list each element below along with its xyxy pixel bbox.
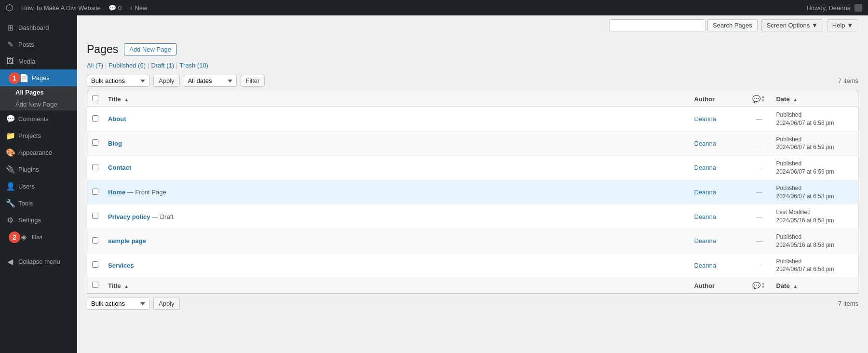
row-cb-7[interactable] xyxy=(87,253,104,278)
row-checkbox-3[interactable] xyxy=(92,164,98,170)
screen-options-button[interactable]: Screen Options ▼ xyxy=(761,19,823,31)
sidebar-item-media[interactable]: 🖼 Media xyxy=(0,53,77,69)
bulk-actions-select-bottom[interactable]: Bulk actions xyxy=(87,298,149,310)
apply-bulk-button-top[interactable]: Apply xyxy=(153,75,180,87)
select-all-checkbox-foot[interactable] xyxy=(92,282,98,288)
col-select-all-foot[interactable] xyxy=(87,278,104,294)
comment-icon: 💬 xyxy=(108,4,116,12)
users-icon: 👤 xyxy=(6,182,14,191)
row-title-3: Contact xyxy=(103,156,690,180)
sidebar-item-posts[interactable]: ✎ Posts xyxy=(0,36,77,53)
posts-icon: ✎ xyxy=(6,40,14,49)
filter-all[interactable]: All (7) xyxy=(87,62,103,69)
row-checkbox-2[interactable] xyxy=(92,139,98,146)
page-link-2[interactable]: Blog xyxy=(108,140,122,147)
row-checkbox-5[interactable] xyxy=(92,213,98,219)
col-date-header[interactable]: Date ▲ xyxy=(772,91,858,107)
table-row: Contact Deanna — Published 2024/06/07 at… xyxy=(87,156,858,180)
sidebar-item-users[interactable]: 👤 Users xyxy=(0,178,77,195)
search-area: Search Pages xyxy=(609,19,758,31)
sidebar-item-comments[interactable]: 💬 Comments xyxy=(0,110,77,127)
author-link-2[interactable]: Deanna xyxy=(694,140,717,147)
adminbar-right: Howdy, Deanna xyxy=(806,4,862,12)
page-link-3[interactable]: Contact xyxy=(108,164,131,171)
sidebar-item-tools[interactable]: 🔧 Tools xyxy=(0,195,77,212)
table-body: About Deanna — Published 2024/06/07 at 6… xyxy=(87,107,858,278)
row-comments-2: — xyxy=(747,131,772,156)
sidebar-item-dashboard[interactable]: ⊞ Dashboard xyxy=(0,19,77,36)
row-date-6: Published 2024/05/16 at 8:58 pm xyxy=(772,229,858,253)
filter-trash[interactable]: Trash (10) xyxy=(179,62,208,69)
dates-filter-select[interactable]: All dates xyxy=(184,75,237,87)
filter-button[interactable]: Filter xyxy=(241,75,265,87)
date-sort-icon-foot: ▲ xyxy=(793,284,798,289)
filter-draft[interactable]: Draft (1) xyxy=(151,62,174,69)
bulk-actions-select-top[interactable]: Bulk actions xyxy=(87,75,149,87)
col-date-label-foot: Date xyxy=(776,282,790,289)
sidebar-item-plugins[interactable]: 🔌 Plugins xyxy=(0,161,77,178)
page-link-6[interactable]: sample page xyxy=(108,237,146,244)
row-cb-4[interactable] xyxy=(87,180,104,204)
filter-all-label: All xyxy=(87,62,94,69)
author-link-7[interactable]: Deanna xyxy=(694,262,717,269)
sep-3: | xyxy=(176,62,177,69)
row-checkbox-4[interactable] xyxy=(92,189,98,195)
author-link-3[interactable]: Deanna xyxy=(694,164,717,171)
row-date-status-3: Published xyxy=(776,160,854,168)
author-link-1[interactable]: Deanna xyxy=(694,115,717,122)
plugins-icon: 🔌 xyxy=(6,165,14,174)
submenu-all-pages[interactable]: All Pages xyxy=(0,86,77,98)
page-link-4[interactable]: Home xyxy=(108,189,125,196)
filter-published[interactable]: Published (6) xyxy=(108,62,146,69)
arrow-down-foot: ▼ xyxy=(761,285,765,289)
submenu-add-new-page[interactable]: Add New Page xyxy=(0,98,77,110)
apply-bulk-button-bottom[interactable]: Apply xyxy=(153,298,180,310)
top-bar: Search Pages Screen Options ▼ Help ▼ xyxy=(77,15,868,35)
row-cb-3[interactable] xyxy=(87,156,104,180)
col-date-footer[interactable]: Date ▲ xyxy=(772,278,858,294)
sidebar-item-pages[interactable]: 1 📄 Pages xyxy=(0,69,77,86)
row-date-text-6: Published 2024/05/16 at 8:58 pm xyxy=(776,233,854,249)
sidebar-item-divi[interactable]: 2 ◈ Divi xyxy=(0,229,77,245)
col-title-header[interactable]: Title ▲ xyxy=(103,91,690,107)
comments-sort-foot[interactable]: 💬 ▲ ▼ xyxy=(752,282,767,289)
sidebar-item-appearance[interactable]: 🎨 Appearance xyxy=(0,144,77,161)
search-pages-button[interactable]: Search Pages xyxy=(707,19,758,31)
adminbar-new[interactable]: + New xyxy=(129,4,147,12)
select-all-checkbox[interactable] xyxy=(92,95,98,101)
row-cb-6[interactable] xyxy=(87,229,104,253)
add-new-page-button[interactable]: Add New Page xyxy=(124,43,176,55)
help-button[interactable]: Help ▼ xyxy=(827,19,858,31)
row-comments-3: — xyxy=(747,156,772,180)
row-checkbox-7[interactable] xyxy=(92,261,98,268)
row-cb-1[interactable] xyxy=(87,107,104,132)
author-link-4[interactable]: Deanna xyxy=(694,189,717,196)
col-title-footer[interactable]: Title ▲ xyxy=(103,278,690,294)
search-pages-input[interactable] xyxy=(609,19,705,31)
comments-sort[interactable]: 💬 ▲ ▼ xyxy=(752,95,767,103)
row-date-text-3: Published 2024/06/07 at 6:59 pm xyxy=(776,160,854,176)
pages-table: Title ▲ Author 💬 ▲ ▼ xyxy=(87,91,858,294)
row-cb-5[interactable] xyxy=(87,204,104,229)
author-link-6[interactable]: Deanna xyxy=(694,237,717,244)
row-checkbox-1[interactable] xyxy=(92,115,98,122)
badge-1: 1 xyxy=(9,72,20,84)
sidebar-item-projects[interactable]: 📁 Projects xyxy=(0,127,77,144)
arrow-down: ▼ xyxy=(761,99,765,103)
media-icon: 🖼 xyxy=(6,57,14,66)
row-cb-2[interactable] xyxy=(87,131,104,156)
row-checkbox-6[interactable] xyxy=(92,237,98,244)
collapse-menu-btn[interactable]: ◀ Collapse menu xyxy=(0,253,77,270)
col-select-all[interactable] xyxy=(87,91,104,107)
page-link-7[interactable]: Services xyxy=(108,262,134,269)
date-sort-icon: ▲ xyxy=(793,97,798,102)
wp-logo-icon[interactable]: ⬡ xyxy=(6,2,14,13)
site-name[interactable]: How To Make A Divi Website xyxy=(21,4,101,12)
author-link-5[interactable]: Deanna xyxy=(694,213,717,220)
col-author-footer: Author xyxy=(690,278,747,294)
page-title: Pages xyxy=(87,43,118,56)
adminbar-comments[interactable]: 💬 0 xyxy=(108,4,122,12)
page-link-5[interactable]: Privacy policy xyxy=(108,213,150,220)
sidebar-item-settings[interactable]: ⚙ Settings xyxy=(0,212,77,229)
page-link-1[interactable]: About xyxy=(108,115,126,122)
